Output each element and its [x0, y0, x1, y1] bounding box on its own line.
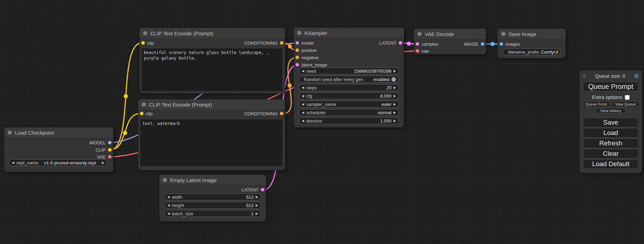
seed-widget[interactable]: ◀ seed 156680208700286 ▶ — [299, 67, 399, 74]
node-empty-latent-image[interactable]: Empty Latent Image LATENT ◀ width 512 ▶ … — [159, 175, 266, 222]
decrement-arrow-icon[interactable]: ◀ — [167, 193, 170, 200]
clear-button[interactable]: Clear — [583, 149, 638, 159]
collapse-dot-icon[interactable] — [297, 31, 301, 35]
save-button[interactable]: Save — [583, 118, 638, 127]
steps-widget[interactable]: ◀ steps 20 ▶ — [299, 84, 399, 91]
node-clip-text-encode-positive[interactable]: CLIP Text Encode (Prompt) clip CONDITION… — [140, 28, 285, 93]
decrement-arrow-icon[interactable]: ◀ — [12, 159, 14, 166]
increment-arrow-icon[interactable]: ▶ — [394, 109, 396, 116]
image-output-dot[interactable] — [481, 42, 484, 46]
input-samples[interactable]: samples — [416, 40, 438, 47]
refresh-button[interactable]: Refresh — [583, 138, 638, 148]
view-queue-button[interactable]: View Queue — [612, 101, 639, 107]
input-positive[interactable]: positive — [295, 47, 317, 54]
node-vae-decode[interactable]: VAE Decode samples vae IMAGE — [414, 29, 486, 54]
input-images[interactable]: images — [500, 40, 520, 47]
node-clip-text-encode-negative[interactable]: CLIP Text Encode (Prompt) clip CONDITION… — [138, 99, 285, 170]
increment-arrow-icon[interactable]: ▶ — [394, 67, 396, 74]
positive-prompt-textarea[interactable]: beautiful scenery nature glass bottle la… — [142, 48, 282, 91]
load-button[interactable]: Load — [583, 128, 638, 138]
output-model[interactable]: MODEL — [90, 139, 112, 146]
batch-size-widget[interactable]: ◀ batch_size 1 ▶ — [164, 210, 261, 217]
output-latent[interactable]: LATENT — [241, 186, 264, 193]
conditioning-output-dot[interactable] — [280, 112, 283, 115]
node-load-checkpoint[interactable]: Load Checkpoint MODEL CLIP VAE ◀ ckpt_na… — [4, 127, 113, 172]
model-input-dot[interactable] — [295, 41, 299, 45]
input-clip[interactable]: clip — [141, 39, 154, 46]
collapse-dot-icon[interactable] — [143, 31, 147, 35]
negative-input-dot[interactable] — [295, 56, 299, 59]
decrement-arrow-icon[interactable]: ◀ — [302, 92, 304, 99]
sampler-name-widget[interactable]: ◀ sampler_name euler ▶ — [299, 101, 399, 108]
decrement-arrow-icon[interactable]: ◀ — [167, 210, 170, 217]
node-title-bar[interactable]: Load Checkpoint — [4, 127, 113, 138]
clip-input-dot[interactable] — [140, 112, 143, 115]
vae-input-dot[interactable] — [416, 49, 419, 53]
input-latent-image[interactable]: latent_image — [295, 61, 327, 68]
scheduler-widget[interactable]: ◀ scheduler normal ▶ — [299, 109, 399, 116]
latent-output-dot[interactable] — [261, 188, 264, 191]
increment-arrow-icon[interactable]: ▶ — [256, 193, 258, 200]
denoise-widget[interactable]: ◀ denoise 1.000 ▶ — [299, 117, 399, 124]
collapse-dot-icon[interactable] — [417, 32, 422, 36]
load-default-button[interactable]: Load Default — [583, 159, 638, 169]
height-widget[interactable]: ◀ height 512 ▶ — [164, 202, 261, 209]
vae-output-dot[interactable] — [108, 155, 112, 159]
output-latent[interactable]: LATENT — [379, 39, 402, 46]
samples-input-dot[interactable] — [416, 42, 419, 46]
increment-arrow-icon[interactable]: ▶ — [256, 202, 258, 209]
extra-options-checkbox[interactable] — [625, 95, 629, 100]
collapse-dot-icon[interactable] — [8, 130, 12, 135]
cfg-widget[interactable]: ◀ cfg 8.000 ▶ — [299, 92, 399, 99]
view-history-button[interactable]: View History — [596, 108, 626, 114]
filename-prefix-widget[interactable]: filename_prefix ComfyUI — [502, 48, 561, 55]
output-clip[interactable]: CLIP — [96, 146, 112, 153]
decrement-arrow-icon[interactable]: ◀ — [302, 67, 304, 74]
increment-arrow-icon[interactable]: ▶ — [394, 101, 396, 108]
output-conditioning[interactable]: CONDITIONING — [244, 39, 283, 46]
toggle-icon[interactable] — [391, 77, 396, 82]
input-vae[interactable]: vae — [416, 47, 429, 54]
latent-image-input-dot[interactable] — [295, 63, 299, 66]
conditioning-output-dot[interactable] — [280, 41, 283, 45]
output-conditioning[interactable]: CONDITIONING — [244, 110, 283, 117]
queue-front-button[interactable]: Queue Front — [582, 101, 610, 107]
increment-arrow-icon[interactable]: ▶ — [102, 159, 104, 166]
input-negative[interactable]: negative — [295, 54, 318, 61]
clip-output-dot[interactable] — [108, 148, 112, 152]
input-clip[interactable]: clip — [140, 110, 153, 117]
negative-prompt-textarea[interactable]: text, watermark — [140, 119, 282, 166]
node-ksampler[interactable]: KSampler model positive negative latent_… — [294, 28, 404, 127]
decrement-arrow-icon[interactable]: ◀ — [302, 84, 304, 91]
drag-handle-icon[interactable]: ⠿ — [583, 74, 586, 79]
node-title-bar[interactable]: Save Image — [498, 29, 566, 39]
node-title-bar[interactable]: VAE Decode — [414, 29, 486, 39]
gear-icon[interactable]: ⚙ — [634, 73, 639, 79]
positive-input-dot[interactable] — [295, 48, 299, 52]
collapse-dot-icon[interactable] — [501, 32, 505, 36]
increment-arrow-icon[interactable]: ▶ — [394, 84, 396, 91]
images-input-dot[interactable] — [500, 42, 503, 46]
node-title-bar[interactable]: KSampler — [294, 28, 404, 38]
collapse-dot-icon[interactable] — [163, 178, 167, 182]
collapse-dot-icon[interactable] — [142, 102, 146, 107]
increment-arrow-icon[interactable]: ▶ — [256, 210, 258, 217]
latent-output-dot[interactable] — [399, 41, 402, 45]
clip-input-dot[interactable] — [141, 41, 145, 45]
node-title-bar[interactable]: Empty Latent Image — [159, 175, 266, 186]
node-graph-canvas[interactable]: Load Checkpoint MODEL CLIP VAE ◀ ckpt_na… — [0, 0, 644, 244]
output-image[interactable]: IMAGE — [464, 40, 484, 47]
node-title-bar[interactable]: CLIP Text Encode (Prompt) — [138, 99, 285, 110]
input-model[interactable]: model — [295, 39, 314, 46]
increment-arrow-icon[interactable]: ▶ — [394, 117, 396, 124]
decrement-arrow-icon[interactable]: ◀ — [302, 117, 304, 124]
increment-arrow-icon[interactable]: ▶ — [394, 92, 396, 99]
ckpt-name-widget[interactable]: ◀ ckpt_name v1-5-pruned-emaonly.ckpt ▶ — [9, 159, 107, 166]
model-output-dot[interactable] — [108, 141, 112, 144]
decrement-arrow-icon[interactable]: ◀ — [302, 101, 304, 108]
width-widget[interactable]: ◀ width 512 ▶ — [164, 193, 261, 200]
node-save-image[interactable]: Save Image images filename_prefix ComfyU… — [498, 29, 566, 58]
queue-prompt-button[interactable]: Queue Prompt — [583, 82, 638, 91]
node-title-bar[interactable]: CLIP Text Encode (Prompt) — [140, 28, 285, 39]
random-seed-widget[interactable]: Random seed after every gen enabled — [299, 76, 399, 83]
